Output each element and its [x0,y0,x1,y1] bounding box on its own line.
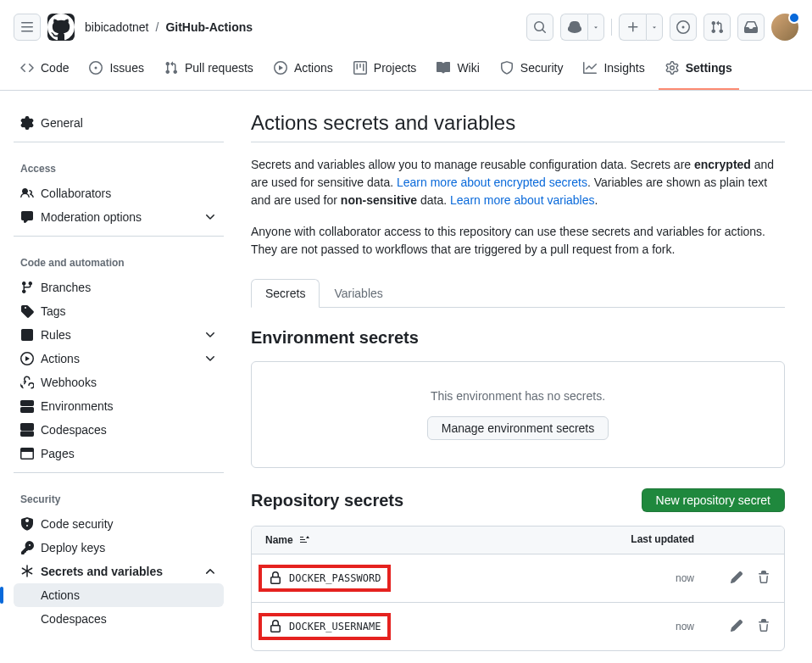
play-icon [20,352,34,365]
pencil-icon [730,571,743,584]
sidebar-tags[interactable]: Tags [14,299,224,323]
breadcrumb: bibicadotnet / GitHub-Actions [85,20,253,34]
create-dropdown[interactable] [646,14,663,41]
gear-icon [665,61,679,75]
repo-secrets-table: Name Last updated DOCKER_PASSWORD now [251,526,785,651]
copilot-dropdown[interactable] [587,14,604,41]
rules-icon [20,328,34,342]
delete-secret-button[interactable] [757,571,770,587]
pulls-button[interactable] [704,14,731,41]
branch-icon [20,281,34,294]
sidebar-heading-security: Security [14,487,224,512]
hamburger-menu[interactable] [14,14,41,41]
manage-env-secrets-button[interactable]: Manage environment secrets [427,416,609,440]
sidebar-environments[interactable]: Environments [14,394,224,418]
sidebar-heading-access: Access [14,156,224,181]
nav-insights[interactable]: Insights [576,54,651,90]
highlight-annotation: DOCKER_USERNAME [259,613,391,640]
tab-variables[interactable]: Variables [320,279,397,308]
tab-secrets[interactable]: Secrets [251,279,320,308]
breadcrumb-repo[interactable]: GitHub-Actions [165,20,253,34]
sidebar-collaborators[interactable]: Collaborators [14,181,224,205]
pull-request-icon [710,20,724,34]
lock-icon [269,571,282,585]
chevron-down-icon [203,210,217,224]
settings-sidebar: General Access Collaborators Moderation … [0,91,237,663]
nav-code[interactable]: Code [14,54,75,90]
env-secrets-title: Environment secrets [251,328,785,348]
create-button[interactable] [619,14,646,41]
book-icon [437,61,450,75]
search-icon [533,20,547,34]
chevron-down-icon [203,352,217,365]
play-icon [274,61,287,75]
tabs: Secrets Variables [251,279,785,308]
copilot-icon [568,20,581,34]
shield-icon [20,517,34,531]
comment-icon [20,210,34,224]
pull-request-icon [164,61,178,75]
nav-pulls[interactable]: Pull requests [158,54,260,90]
col-header-name[interactable]: Name [265,533,559,547]
nav-settings[interactable]: Settings [659,54,739,90]
trash-icon [757,571,770,584]
sidebar-secrets-codespaces[interactable]: Codespaces [14,607,224,631]
sidebar-moderation[interactable]: Moderation options [14,205,224,229]
edit-secret-button[interactable] [730,571,743,587]
secret-name-text: DOCKER_PASSWORD [289,572,381,584]
env-empty-text: This environment has no secrets. [279,389,757,403]
edit-secret-button[interactable] [730,619,743,635]
sidebar-heading-automation: Code and automation [14,250,224,276]
sidebar-secrets-actions[interactable]: Actions [14,583,224,607]
sidebar-branches[interactable]: Branches [14,276,224,299]
nav-projects[interactable]: Projects [347,54,424,90]
user-avatar[interactable] [771,14,798,41]
sidebar-codespaces[interactable]: Codespaces [14,418,224,442]
chevron-down-icon [651,24,658,31]
inbox-icon [744,20,758,34]
nav-actions[interactable]: Actions [267,54,340,90]
nav-wiki[interactable]: Wiki [430,54,486,90]
tag-icon [20,304,34,318]
chevron-up-icon [203,565,217,578]
browser-icon [20,447,34,460]
secret-name-text: DOCKER_USERNAME [289,621,381,632]
gear-icon [20,116,34,130]
secret-row: DOCKER_PASSWORD now [252,554,784,603]
issue-icon [676,20,690,34]
sidebar-general[interactable]: General [14,111,224,135]
page-description-1: Secrets and variables allow you to manag… [251,156,785,209]
breadcrumb-separator: / [156,20,159,34]
sidebar-rules[interactable]: Rules [14,323,224,347]
link-variables[interactable]: Learn more about variables [450,193,594,207]
sidebar-actions[interactable]: Actions [14,347,224,370]
delete-secret-button[interactable] [757,619,770,635]
people-icon [20,187,34,200]
sidebar-secrets-vars[interactable]: Secrets and variables [14,560,224,583]
webhook-icon [20,376,34,389]
nav-issues[interactable]: Issues [82,54,150,90]
graph-icon [583,61,597,75]
copilot-button[interactable] [560,14,587,41]
sidebar-pages[interactable]: Pages [14,442,224,465]
nav-security[interactable]: Security [493,54,570,90]
chevron-down-icon [592,24,599,31]
sort-icon [297,533,310,547]
github-logo[interactable] [47,14,75,41]
sidebar-deploy-keys[interactable]: Deploy keys [14,536,224,560]
search-button[interactable] [526,14,553,41]
sidebar-webhooks[interactable]: Webhooks [14,370,224,394]
sidebar-code-security[interactable]: Code security [14,512,224,536]
shield-icon [500,61,514,75]
new-repo-secret-button[interactable]: New repository secret [642,488,785,512]
key-icon [20,541,34,554]
link-encrypted-secrets[interactable]: Learn more about encrypted secrets [397,176,587,189]
env-secrets-empty: This environment has no secrets. Manage … [251,361,785,468]
inbox-button[interactable] [737,14,765,41]
codespaces-icon [20,423,34,437]
issue-icon [89,61,103,75]
highlight-annotation: DOCKER_PASSWORD [259,565,391,592]
code-icon [20,61,34,75]
issues-button[interactable] [670,14,697,41]
breadcrumb-owner[interactable]: bibicadotnet [85,20,149,34]
